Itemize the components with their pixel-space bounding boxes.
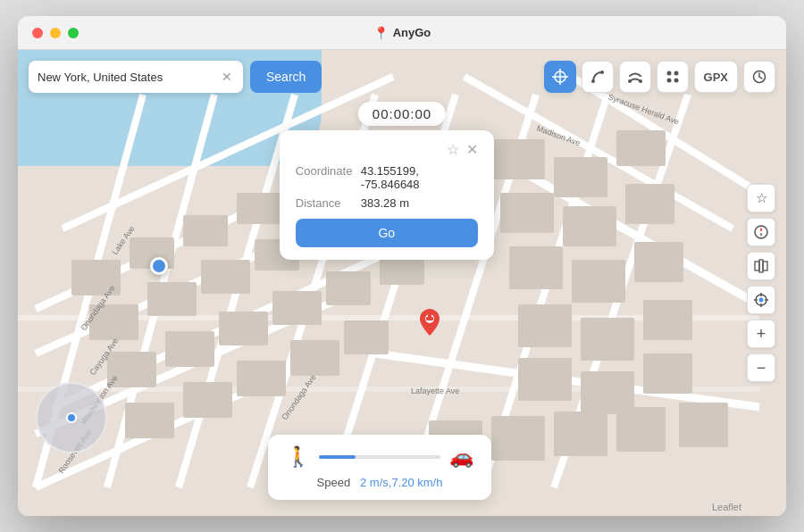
svg-point-81	[674, 79, 678, 83]
svg-rect-39	[237, 361, 286, 396]
svg-point-79	[674, 71, 678, 76]
svg-rect-89	[763, 262, 767, 270]
svg-rect-85	[426, 317, 433, 320]
maximize-button[interactable]	[68, 28, 79, 38]
rt-target-button[interactable]	[747, 286, 775, 314]
svg-point-75	[600, 71, 604, 74]
svg-rect-50	[634, 242, 683, 282]
popup-star-button[interactable]: ☆	[447, 143, 459, 157]
svg-rect-38	[183, 382, 232, 418]
svg-rect-59	[554, 411, 607, 456]
svg-point-77	[639, 79, 642, 83]
popup-coordinate-row: Coordinate 43.155199, -75.846648	[296, 164, 478, 191]
zoom-in-button[interactable]: +	[747, 320, 775, 348]
svg-rect-45	[500, 193, 554, 233]
speed-label: Speed 2 m/s,7.20 km/h	[286, 476, 473, 489]
rt-map-button[interactable]	[747, 252, 775, 280]
svg-rect-48	[509, 246, 563, 289]
go-button[interactable]: Go	[296, 219, 478, 247]
leaflet-attribution: Leaflet	[712, 502, 741, 512]
close-button[interactable]	[32, 28, 43, 38]
svg-rect-56	[643, 353, 692, 394]
svg-rect-32	[165, 331, 214, 367]
speed-text: Speed	[317, 476, 351, 489]
svg-rect-58	[491, 416, 545, 461]
search-button[interactable]: Search	[250, 61, 322, 93]
rt-star-button[interactable]: ☆	[747, 184, 775, 212]
gpx-button[interactable]: GPX	[694, 61, 738, 93]
app-title-text: AnyGo	[393, 26, 431, 39]
svg-point-80	[666, 79, 671, 83]
toolbar-right: GPX	[544, 61, 775, 93]
speed-slider-fill	[319, 455, 356, 459]
distance-label: Distance	[296, 196, 354, 210]
titlebar: 📍 AnyGo	[18, 16, 786, 50]
crosshair-button[interactable]	[544, 61, 576, 93]
mini-compass	[36, 382, 107, 453]
svg-rect-41	[344, 320, 389, 354]
svg-text:Lafayette Ave: Lafayette Ave	[411, 387, 459, 395]
car-icon: 🚗	[449, 445, 473, 469]
route-multi-button[interactable]	[619, 61, 651, 93]
minimize-button[interactable]	[50, 28, 61, 38]
svg-point-91	[759, 298, 764, 303]
svg-rect-23	[237, 193, 281, 224]
svg-rect-51	[518, 304, 572, 347]
svg-rect-54	[518, 358, 572, 401]
search-input[interactable]	[38, 71, 220, 84]
svg-rect-53	[643, 300, 692, 340]
svg-rect-26	[147, 282, 197, 316]
pin-icon: 📍	[373, 26, 389, 40]
multi-stop-button[interactable]	[657, 61, 689, 93]
right-tools: ☆	[747, 184, 775, 382]
popup-close-button[interactable]: ✕	[466, 143, 478, 157]
route-single-button[interactable]	[582, 61, 614, 93]
walk-icon: 🚶	[286, 445, 310, 469]
speed-panel: 🚶 🚗 Speed 2 m/s,7.20 km/h	[268, 435, 491, 500]
svg-rect-22	[183, 215, 228, 246]
svg-rect-35	[326, 271, 371, 305]
svg-rect-87	[755, 262, 759, 270]
svg-point-78	[666, 71, 671, 76]
speed-icons-row: 🚶 🚗	[286, 445, 473, 469]
distance-value: 383.28 m	[361, 196, 409, 210]
svg-rect-34	[272, 291, 322, 325]
svg-point-76	[628, 79, 632, 83]
app-title: 📍 AnyGo	[373, 26, 431, 40]
svg-rect-61	[679, 403, 728, 447]
svg-rect-33	[219, 312, 268, 345]
window-controls	[32, 28, 79, 38]
rt-compass-button[interactable]	[747, 218, 775, 246]
popup-distance-row: Distance 383.28 m	[296, 196, 478, 210]
svg-rect-40	[290, 340, 339, 376]
destination-marker[interactable]	[420, 309, 440, 341]
svg-rect-42	[491, 139, 545, 179]
zoom-out-button[interactable]: −	[747, 353, 775, 382]
svg-rect-27	[201, 260, 250, 294]
svg-rect-52	[581, 318, 634, 361]
coordinate-value: 43.155199, -75.846648	[361, 164, 478, 191]
svg-rect-43	[554, 157, 607, 197]
popup-header: ☆ ✕	[296, 143, 478, 157]
clear-button[interactable]: ✕	[220, 68, 234, 86]
toolbar: ✕ Search	[29, 61, 775, 93]
svg-rect-37	[125, 403, 174, 438]
speed-value: 2 m/s,7.20 km/h	[360, 476, 442, 489]
info-popup: ☆ ✕ Coordinate 43.155199, -75.846648 Dis…	[280, 130, 494, 260]
compass-dot	[66, 412, 77, 423]
svg-rect-46	[563, 206, 616, 246]
history-button[interactable]	[743, 61, 775, 93]
timer-badge: 00:00:00	[358, 102, 446, 126]
svg-rect-47	[625, 184, 674, 224]
svg-rect-44	[616, 130, 666, 166]
svg-point-74	[591, 79, 595, 83]
map-container[interactable]: Lake Ave Onondaga Ave Cayuga Ave Washing…	[18, 50, 786, 516]
current-location-marker[interactable]	[150, 257, 168, 275]
coordinate-label: Coordinate	[296, 164, 354, 178]
search-box[interactable]: ✕	[29, 61, 243, 93]
svg-rect-49	[572, 260, 625, 303]
svg-rect-60	[616, 407, 666, 452]
speed-slider-track[interactable]	[319, 455, 440, 459]
app-window: 📍 AnyGo	[18, 16, 786, 516]
